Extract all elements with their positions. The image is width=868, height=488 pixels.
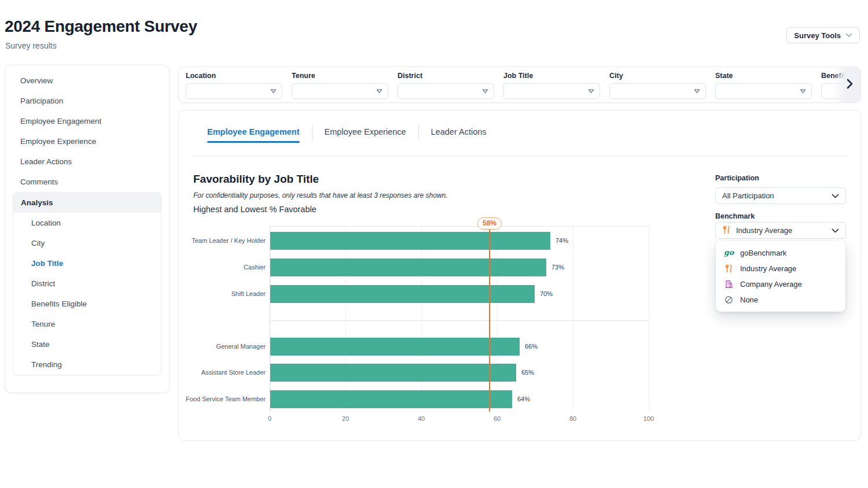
chart-category-label: Food Service Team Member	[185, 390, 266, 408]
sidebar-item-city[interactable]: City	[13, 233, 161, 253]
chart-value-label: 64%	[517, 390, 530, 408]
chart-gridline	[345, 226, 346, 411]
filters-scroll-right-button[interactable]	[833, 67, 860, 102]
sidebar-item-job-title[interactable]: Job Title	[13, 253, 161, 273]
chart-plot-border	[270, 226, 649, 227]
chevron-down-icon	[832, 194, 839, 198]
page-title: 2024 Engagement Survey	[5, 17, 197, 36]
filter-location-select[interactable]	[186, 83, 282, 99]
filter-city-select[interactable]	[609, 83, 706, 99]
filter-tenure: Tenure	[292, 72, 388, 99]
chart-category-label: Cashier	[185, 258, 266, 276]
chart-gridline	[649, 226, 649, 411]
benchmark-option-gobenchmark[interactable]: gogoBenchmark	[716, 245, 845, 261]
filter-district: District	[398, 72, 494, 99]
sidebar-analysis-section: AnalysisLocationCityJob TitleDistrictBen…	[13, 192, 161, 375]
participation-select[interactable]: All Participation	[715, 187, 846, 204]
benchmark-option-label: Company Average	[740, 280, 802, 289]
sidebar-item-benefits-eligible[interactable]: Benefits Eligible	[13, 294, 161, 314]
none-icon	[724, 295, 734, 304]
sidebar: OverviewParticipationEmployee Engagement…	[5, 65, 170, 393]
chart-category-label: General Manager	[185, 338, 266, 356]
benchmark-option-none[interactable]: None	[716, 292, 845, 308]
chart-bar	[270, 338, 520, 356]
benchmark-line	[489, 230, 490, 412]
chart-value-label: 73%	[551, 258, 564, 276]
dropdown-triangle-icon	[482, 88, 488, 94]
filter-district-select[interactable]	[398, 83, 494, 99]
sidebar-item-leader-actions[interactable]: Leader Actions	[5, 151, 169, 172]
chart-bar	[270, 258, 546, 276]
sidebar-item-trending[interactable]: Trending	[13, 354, 161, 375]
chart-gridline	[497, 226, 498, 411]
chevron-down-icon	[845, 33, 852, 38]
chart-value-label: 74%	[556, 232, 568, 250]
chart-y-axis	[270, 226, 270, 411]
chart-bar	[270, 390, 512, 408]
dropdown-triangle-icon	[376, 88, 382, 94]
chart-controls: Participation All Participation Benchmar…	[715, 174, 846, 365]
chart-bar	[270, 285, 535, 303]
filter-state: State	[715, 72, 812, 99]
survey-tools-button[interactable]: Survey Tools	[786, 27, 860, 43]
sidebar-item-state[interactable]: State	[13, 334, 161, 354]
filter-label: Location	[186, 72, 282, 80]
sidebar-item-location[interactable]: Location	[13, 213, 161, 233]
page-subtitle: Survey results	[5, 41, 57, 50]
chart-x-tick: 100	[637, 415, 660, 422]
filter-state-select[interactable]	[715, 83, 812, 99]
benchmark-pill: 58%	[477, 217, 502, 230]
filter-location: Location	[186, 72, 282, 99]
filter-label: Job Title	[503, 72, 600, 80]
industry-average-icon	[722, 225, 731, 236]
chart-value-label: 70%	[540, 285, 553, 303]
sidebar-item-overview[interactable]: Overview	[5, 71, 169, 91]
benchmark-select-value: Industry Average	[736, 226, 792, 235]
benchmark-option-industry-average[interactable]: Industry Average	[716, 261, 845, 276]
chevron-down-icon	[832, 228, 839, 233]
benchmark-menu: gogoBenchmarkIndustry AverageCompany Ave…	[716, 241, 845, 312]
sidebar-item-district[interactable]: District	[13, 273, 161, 294]
chart-x-tick: 0	[258, 415, 281, 422]
sidebar-item-tenure[interactable]: Tenure	[13, 314, 161, 334]
sidebar-item-participation[interactable]: Participation	[5, 91, 169, 111]
filter-job-title-select[interactable]	[503, 83, 600, 99]
main-card: Employee EngagementEmployee ExperienceLe…	[178, 110, 861, 441]
filter-label: City	[609, 72, 706, 80]
benchmark-option-company-average[interactable]: Company Average	[716, 276, 845, 292]
filter-label: Tenure	[292, 72, 388, 80]
chart-category-label: Assistant Store Leader	[185, 364, 266, 382]
dropdown-triangle-icon	[270, 88, 277, 94]
benchmark-label: Benchmark	[715, 212, 755, 220]
chart-x-tick: 20	[334, 415, 357, 422]
chart-bar	[270, 364, 516, 382]
benchmark-select[interactable]: Industry Average	[715, 222, 846, 239]
filter-label: State	[715, 72, 812, 80]
participation-label: Participation	[715, 174, 759, 182]
chevron-right-icon	[847, 79, 853, 91]
chart-group-separator	[270, 320, 649, 321]
dropdown-triangle-icon	[800, 88, 806, 94]
filter-city: City	[609, 72, 706, 99]
chart-x-tick: 60	[486, 415, 509, 422]
dropdown-triangle-icon	[694, 88, 700, 94]
filter-tenure-select[interactable]	[292, 83, 388, 99]
sidebar-item-comments[interactable]: Comments	[5, 172, 169, 192]
benchmark-option-label: goBenchmark	[740, 249, 786, 257]
chart-bar	[270, 232, 550, 250]
dropdown-triangle-icon	[588, 88, 594, 94]
participation-select-value: All Participation	[722, 191, 774, 200]
sidebar-list: OverviewParticipationEmployee Engagement…	[5, 71, 169, 375]
chart-category-label: Shift Leader	[185, 285, 266, 303]
survey-tools-label: Survey Tools	[794, 31, 841, 40]
sidebar-item-employee-engagement[interactable]: Employee Engagement	[5, 111, 169, 131]
sidebar-item-employee-experience[interactable]: Employee Experience	[5, 131, 169, 151]
filter-label: District	[398, 72, 494, 80]
chart-x-tick: 80	[561, 415, 584, 422]
company-average-icon	[724, 280, 734, 289]
benchmark-option-label: None	[740, 295, 758, 304]
chart-category-label: Team Leader / Key Holder	[185, 232, 266, 250]
sidebar-item-analysis[interactable]: Analysis	[13, 193, 161, 213]
chart-x-tick: 40	[410, 415, 433, 422]
industry-average-icon	[724, 264, 734, 273]
